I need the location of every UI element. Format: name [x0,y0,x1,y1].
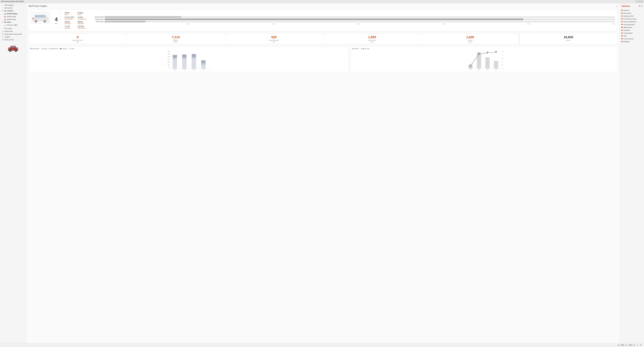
our-bikes-header[interactable]: ▼ Our bikes [0,21,26,23]
svg-point-16 [35,20,37,22]
menu-lease-installments[interactable]: Lease installments [620,20,644,23]
menu-purchase-lease[interactable]: Purchase & Lease [620,17,644,20]
svg-text:0.04: 0.04 [470,66,472,67]
prev-year-start-btn[interactable]: ◀ [617,344,620,346]
refresh-btn[interactable]: ↻ [640,344,642,347]
lease-label: LEASE [566,40,571,41]
svg-rect-12 [36,15,39,17]
page-title: MyPrivate Insights [28,5,47,7]
legend-unit-cost-label: Unit cost [364,48,369,49]
add-vehicle-item[interactable]: + Add vehicle [0,6,26,9]
eniaq-bar-label: Skoda Eniaq [92,21,104,22]
svg-rect-13 [39,15,42,17]
menu-notepad-label: Notepad [624,41,629,42]
svg-text:0: 0 [503,68,503,69]
svg-rect-42 [172,55,177,58]
page-header: MyPrivate Insights ↩ [28,5,618,7]
next-year-start-btn[interactable]: ▶ [626,344,628,346]
back-icon[interactable]: ↩ [616,5,618,7]
total-distance-label: Total Distance [78,27,87,29]
total-cost-value: 11,184 [65,25,74,27]
menu-addresses-bullet [622,15,622,16]
axis-10k: 10000 [187,23,190,24]
nav-bottom: ◀ 2020 ▶ 2023 ▶ ▼ ↻ [0,343,644,347]
sidebar-item-eniaq[interactable]: 🚗 Skoda Eniaq [0,18,26,21]
add-vehicle-icon: + [2,7,4,9]
menu-documents-label: Documents [624,12,631,14]
legend-maintenance: Maintenance [49,48,58,49]
menu-lease-payments[interactable]: Lease payments [620,23,644,26]
menu-maintenance-bullet [622,27,622,28]
car-icon: 🚗 [4,13,6,15]
menu-cashflow[interactable]: Cashflow [620,29,644,32]
svg-text:2022: 2022 [193,69,195,70]
svg-text:0.2: 0.2 [502,54,503,55]
bar-chart-legend: Depreciation Energy Maintenance Insuranc… [30,48,347,49]
run-report-item[interactable]: 📄 Run report [0,27,26,30]
legend-energy: Energy [41,48,47,49]
show-archive-label: Show archive [4,39,14,41]
menu-notepad[interactable]: Notepad [620,40,644,43]
menu-sale-label: Sale [624,35,626,37]
right-panel-icons: 📌 Aa [638,5,642,7]
legend-other: Other [69,48,74,49]
insurance-pct: 17% [371,41,374,43]
svg-text:2020: 2020 [470,69,472,70]
sidebar-item-ebike[interactable]: 🚲 Stroemer eBike [0,23,26,26]
line-chart-container: Distance Unit cost 0.25 0.2 0.15 0.1 0.0… [350,46,618,72]
menu-cashflow-bullet [622,30,622,31]
menu-vehicles[interactable]: Vehicles [620,9,644,12]
close-button[interactable]: ✕ [641,0,643,2]
text-icon[interactable]: Aa [641,5,642,7]
svg-rect-47 [182,54,186,58]
menu-addresses[interactable]: Addresses [G] [620,15,644,17]
legend-energy-label: Energy [43,48,47,49]
sidebar-item-kodiaq[interactable]: 🚗 Skoda Kodiaq [0,12,26,15]
menu-maintenance[interactable]: Maintenance [620,26,644,29]
next-year-end-btn[interactable]: ▶ [633,344,636,346]
right-panel-title: Vehicles [622,5,630,7]
axis-0: 0 [104,23,105,24]
our-bikes-label: Our bikes [4,21,11,23]
svg-rect-76 [477,52,481,68]
svg-point-4 [10,50,11,51]
sales-price-value: (Blank) [78,21,87,23]
legend-other-label: Other [71,48,74,49]
filter-icon[interactable]: ▼ [637,344,638,346]
insights-item[interactable]: 📈 Insights [0,35,26,38]
car-info-section: 4 Age Skoda Brand Kodiaq Model 24 Feb 20… [28,9,618,31]
menu-consumption[interactable]: Consumption [620,32,644,34]
svg-text:2021: 2021 [478,69,480,70]
menu-sale[interactable]: Sale [620,34,644,37]
sidebar: + Add category + Add vehicle ▼ Our vehic… [0,3,26,343]
kodiaq-bar-fill [104,16,181,18]
total-cost-item: 11,184 Total cost [65,25,74,29]
svg-rect-19 [47,18,48,19]
sidebar-item-kamiq[interactable]: 🚗 Skoda Kamiq [0,15,26,18]
menu-lease-installments-bullet [622,21,622,22]
menu-documents[interactable]: Documents [620,12,644,15]
menu-documents-bullet [622,13,622,14]
svg-text:2023: 2023 [495,69,497,70]
bar-chart-container: Depreciation Energy Maintenance Insuranc… [28,46,349,72]
add-category-item[interactable]: + Add category [0,4,26,6]
add-category-icon: + [2,4,4,6]
right-menu-section: Vehicles Documents Addresses [G] Purchas… [620,9,644,43]
svg-text:0: 0 [169,68,170,69]
menu-cost-summary[interactable]: Cost summary [620,37,644,40]
minimize-button[interactable]: — [636,0,638,2]
stat-maintenance: 525 MAINTENANCE 5% [225,34,323,44]
other-pct: 14% [469,41,472,43]
our-vehicles-header[interactable]: ▼ Our vehicles [0,9,26,12]
car-age-label: Age [55,22,58,24]
legend-depreciation: Depreciation [30,48,39,49]
depreciation-value: 0 [77,35,78,39]
eniaq-bar-row: Skoda Eniaq [92,21,615,22]
show-archive-item[interactable]: 🗄 Show archive [0,38,26,41]
svg-rect-77 [485,57,490,68]
export-data-item[interactable]: 📊 Export data [0,30,26,33]
maximize-button[interactable]: □ [638,0,640,2]
svg-point-83 [478,53,480,55]
pin-icon[interactable]: 📌 [638,5,640,7]
export-data-docs-item[interactable]: 📋 Export data & documents [0,33,26,35]
